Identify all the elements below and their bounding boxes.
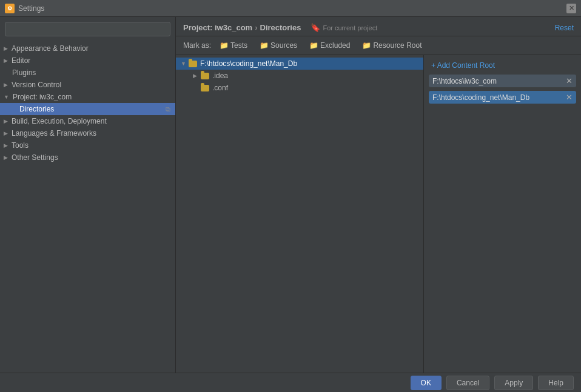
mark-sources-button[interactable]: 📁 Sources — [256, 40, 301, 51]
reset-button[interactable]: Reset — [555, 24, 574, 32]
ok-button[interactable]: OK — [411, 376, 442, 390]
expand-arrow-icon: ▶ — [193, 73, 199, 79]
main-container: ▶ Appearance & Behavior ▶ Editor Plugins… — [0, 17, 581, 373]
sidebar-item-plugins[interactable]: Plugins — [0, 67, 175, 79]
cancel-button[interactable]: Cancel — [446, 376, 489, 390]
tree-item-label: .conf — [212, 84, 228, 92]
path-value-1: F:\htdocs\iw3c_com — [432, 77, 497, 85]
sidebar: ▶ Appearance & Behavior ▶ Editor Plugins… — [0, 17, 176, 373]
folder-resource-icon: 📁 — [362, 41, 371, 50]
sidebar-item-label: Version Control — [12, 81, 61, 89]
help-button[interactable]: Help — [538, 376, 574, 390]
mark-as-bar: Mark as: 📁 Tests 📁 Sources 📁 Excluded 📁 … — [176, 36, 581, 55]
folder-icon — [189, 61, 197, 67]
arrow-icon: ▶ — [4, 118, 8, 124]
content-area: Project: iw3c_com › Directories 🔖 For cu… — [176, 17, 581, 373]
right-panel: + Add Content Root F:\htdocs\iw3c_com ✕ … — [423, 55, 581, 373]
window-title: Settings — [18, 4, 44, 13]
breadcrumb-page: Directories — [260, 23, 301, 32]
arrow-icon: ▶ — [4, 58, 8, 64]
bottom-bar: OK Cancel Apply Help — [0, 373, 581, 392]
sidebar-item-label: Tools — [12, 141, 29, 150]
sidebar-item-languages[interactable]: ▶ Languages & Frameworks — [0, 127, 175, 139]
arrow-icon: ▶ — [4, 142, 8, 148]
sidebar-item-label: Languages & Frameworks — [12, 129, 96, 138]
search-input[interactable] — [5, 22, 170, 36]
copy-icon: ⧉ — [166, 105, 170, 113]
mark-tests-button[interactable]: 📁 Tests — [216, 40, 251, 51]
content-header: Project: iw3c_com › Directories 🔖 For cu… — [176, 17, 581, 36]
arrow-icon: ▶ — [4, 130, 8, 136]
sidebar-item-label: Plugins — [12, 68, 36, 77]
tree-item-root[interactable]: ▼ F:\htdocs\coding_net\Man_Db — [176, 58, 423, 70]
sidebar-item-tools[interactable]: ▶ Tools — [0, 139, 175, 151]
breadcrumb: Project: iw3c_com › Directories — [183, 23, 301, 32]
sidebar-item-editor[interactable]: ▶ Editor — [0, 55, 175, 67]
sidebar-item-version-control[interactable]: ▶ Version Control — [0, 79, 175, 91]
path-entry-1[interactable]: F:\htdocs\iw3c_com ✕ — [429, 75, 576, 87]
app-icon: ⚙ — [5, 4, 15, 13]
folder-tests-icon: 📁 — [220, 41, 229, 50]
sidebar-item-build[interactable]: ▶ Build, Execution, Deployment — [0, 115, 175, 127]
folder-icon — [201, 85, 209, 91]
close-path-1-button[interactable]: ✕ — [566, 76, 573, 85]
sidebar-item-directories[interactable]: Directories ⧉ — [0, 103, 175, 115]
tree-item-idea[interactable]: ▶ .idea — [176, 70, 423, 82]
tree-item-label: F:\htdocs\coding_net\Man_Db — [200, 59, 297, 68]
expand-arrow-icon: ▼ — [181, 61, 187, 67]
sidebar-item-other[interactable]: ▶ Other Settings — [0, 151, 175, 164]
sidebar-item-project[interactable]: ▼ Project: iw3c_com — [0, 91, 175, 103]
mark-as-label: Mark as: — [183, 41, 211, 50]
apply-button[interactable]: Apply — [494, 376, 533, 390]
bookmark-icon: 🔖 — [311, 23, 320, 32]
sidebar-item-label: Project: iw3c_com — [13, 93, 72, 101]
file-tree: ▼ F:\htdocs\coding_net\Man_Db ▶ .idea ▶ … — [176, 55, 423, 373]
arrow-icon: ▶ — [4, 154, 8, 161]
path-entry-2[interactable]: F:\htdocs\coding_net\Man_Db ✕ — [429, 91, 576, 104]
folder-icon — [201, 73, 209, 79]
path-value-2: F:\htdocs\coding_net\Man_Db — [432, 93, 529, 102]
content-split: ▼ F:\htdocs\coding_net\Man_Db ▶ .idea ▶ … — [176, 55, 581, 373]
sidebar-item-label: Appearance & Behavior — [12, 44, 89, 53]
for-current-label: 🔖 For current project — [311, 23, 377, 32]
mark-excluded-button[interactable]: 📁 Excluded — [306, 40, 354, 51]
arrow-icon: ▶ — [4, 45, 8, 51]
arrow-icon: ▶ — [4, 82, 8, 88]
close-button[interactable]: ✕ — [566, 4, 576, 13]
folder-excluded-icon: 📁 — [309, 41, 318, 50]
arrow-icon: ▼ — [4, 94, 9, 100]
sidebar-item-label: Directories — [19, 105, 54, 113]
title-bar: ⚙ Settings ✕ — [0, 0, 581, 17]
sidebar-tree: ▶ Appearance & Behavior ▶ Editor Plugins… — [0, 41, 175, 373]
breadcrumb-arrow: › — [255, 23, 257, 32]
folder-sources-icon: 📁 — [260, 41, 269, 50]
close-path-2-button[interactable]: ✕ — [566, 93, 573, 102]
add-content-root-button[interactable]: + Add Content Root — [429, 60, 576, 71]
breadcrumb-project: Project: iw3c_com — [183, 23, 252, 32]
sidebar-item-appearance[interactable]: ▶ Appearance & Behavior — [0, 42, 175, 55]
tree-item-conf[interactable]: ▶ .conf — [176, 82, 423, 94]
tree-item-label: .idea — [212, 71, 228, 80]
sidebar-item-label: Build, Execution, Deployment — [12, 117, 107, 125]
sidebar-item-label: Editor — [12, 56, 30, 65]
sidebar-item-label: Other Settings — [12, 153, 58, 162]
mark-resource-root-button[interactable]: 📁 Resource Root — [358, 40, 425, 51]
